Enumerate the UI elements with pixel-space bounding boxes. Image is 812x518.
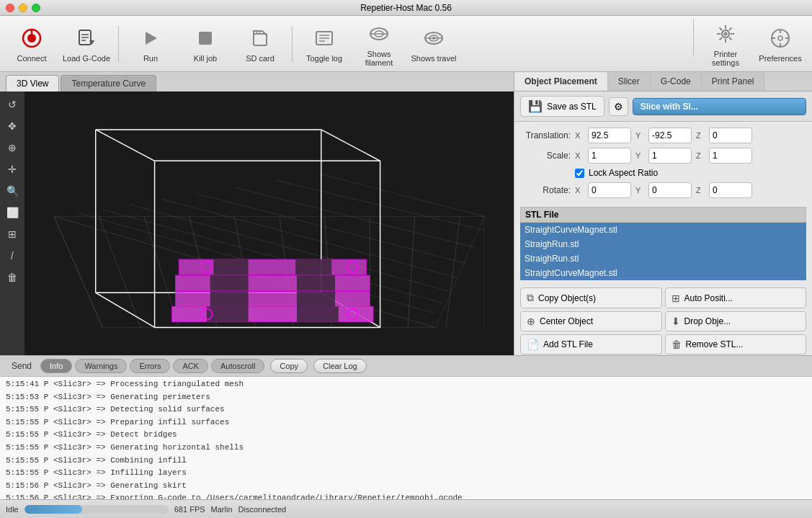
action-row-2: ⊕ Center Object ⬇ Drop Obje... bbox=[520, 311, 806, 331]
tab-autoscroll[interactable]: Autoscroll bbox=[211, 359, 264, 373]
tab-print-panel[interactable]: Print Panel bbox=[702, 72, 765, 91]
printer-settings-button[interactable]: Printer settings bbox=[700, 19, 751, 68]
move-tool[interactable]: ✥ bbox=[2, 116, 22, 136]
maximize-button[interactable] bbox=[32, 4, 40, 12]
window-title: Repetier-Host Mac 0.56 bbox=[360, 3, 452, 13]
svg-rect-83 bbox=[213, 259, 248, 274]
printer-settings-icon bbox=[713, 21, 739, 47]
load-gcode-icon bbox=[73, 25, 99, 51]
stl-item-3[interactable]: StraightCurveMagnet.stl bbox=[520, 266, 806, 280]
kill-job-button[interactable]: Kill job bbox=[179, 19, 231, 68]
connect-icon bbox=[19, 25, 45, 51]
right-panel-tabs: Object Placement Slicer G-Code Print Pan… bbox=[514, 72, 812, 91]
clear-log-button[interactable]: Clear Log bbox=[313, 359, 367, 373]
drop-object-button[interactable]: ⬇ Drop Obje... bbox=[665, 311, 807, 331]
center-object-button[interactable]: ⊕ Center Object bbox=[520, 311, 662, 331]
translation-row: Translation: X Y Z bbox=[520, 128, 806, 143]
rotate-y-input[interactable] bbox=[648, 182, 692, 198]
actions-panel: ⧉ Copy Object(s) ⊞ Auto Positi... ⊕ Cent… bbox=[514, 283, 812, 355]
rotate-row: Rotate: X Y Z bbox=[520, 182, 806, 198]
firmware-label: Marlin bbox=[211, 505, 233, 514]
tab-info[interactable]: Info bbox=[40, 359, 72, 373]
x-coord-label: X bbox=[575, 131, 584, 140]
3d-scene bbox=[24, 91, 514, 355]
scale-y-input[interactable] bbox=[648, 148, 692, 164]
load-gcode-button[interactable]: Load G-Code bbox=[61, 19, 112, 68]
copy-log-button[interactable]: Copy bbox=[270, 359, 308, 373]
grid-tool[interactable]: ⊞ bbox=[2, 224, 22, 244]
tab-slicer[interactable]: Slicer bbox=[608, 72, 651, 91]
auto-position-button[interactable]: ⊞ Auto Positi... bbox=[665, 287, 807, 308]
run-button[interactable]: Run bbox=[125, 19, 177, 68]
stl-item-1[interactable]: StraighRun.stl bbox=[520, 237, 806, 251]
translation-label: Translation: bbox=[520, 130, 571, 140]
tab-warnings[interactable]: Warnings bbox=[75, 359, 127, 373]
rotate-z-input[interactable] bbox=[709, 182, 752, 198]
viewport: ↺ ✥ ⊕ ✛ 🔍 ⬜ ⊞ / 🗑 bbox=[0, 91, 514, 355]
save-stl-button[interactable]: 💾 Save as STL bbox=[520, 96, 604, 117]
svg-point-1 bbox=[27, 34, 36, 43]
shows-filament-icon bbox=[366, 21, 392, 47]
rotate-3d-tool[interactable]: ⊕ bbox=[2, 138, 22, 158]
svg-rect-74 bbox=[175, 291, 370, 306]
z-coord-label: Z bbox=[696, 131, 705, 140]
stl-item-2[interactable]: StraighRun.stl bbox=[520, 251, 806, 266]
translation-x-input[interactable] bbox=[588, 128, 631, 143]
preferences-button[interactable]: Preferences bbox=[754, 19, 806, 68]
tab-3d-view[interactable]: 3D View bbox=[6, 75, 59, 91]
tab-ack[interactable]: ACK bbox=[173, 359, 208, 373]
tab-object-placement[interactable]: Object Placement bbox=[514, 72, 608, 91]
scale-x-input[interactable] bbox=[588, 148, 631, 164]
fps-display: 681 FPS bbox=[174, 505, 205, 514]
slice-with-button[interactable]: Slice with Sl... bbox=[633, 98, 806, 115]
translation-y-input[interactable] bbox=[648, 128, 692, 143]
view-cube-tool[interactable]: ⬜ bbox=[2, 202, 22, 223]
svg-point-26 bbox=[724, 32, 728, 35]
pan-tool[interactable]: ✛ bbox=[2, 159, 22, 179]
save-icon: 💾 bbox=[528, 99, 543, 113]
toolbar-sep-2 bbox=[292, 26, 293, 62]
toggle-log-button[interactable]: Toggle log bbox=[298, 19, 350, 68]
progress-bar-container bbox=[24, 505, 169, 514]
connect-button[interactable]: Connect bbox=[6, 19, 58, 68]
measure-tool[interactable]: / bbox=[2, 246, 22, 266]
gear-icon: ⚙ bbox=[614, 101, 623, 112]
refresh-tool[interactable]: ↺ bbox=[2, 94, 22, 115]
svg-line-66 bbox=[321, 130, 380, 161]
log-line: 5:15:53 P <Slic3r> => Generating perimet… bbox=[6, 391, 806, 404]
tab-temperature-curve[interactable]: Temperature Curve bbox=[61, 75, 156, 91]
scale-z-input[interactable] bbox=[709, 148, 752, 164]
sd-card-icon bbox=[247, 25, 273, 51]
translation-z-input[interactable] bbox=[709, 128, 752, 143]
zoom-tool[interactable]: 🔍 bbox=[2, 181, 22, 201]
status-bar: Idle 681 FPS Marlin Disconnected bbox=[0, 499, 812, 518]
log-line: 5:15:55 P <Slic3r> => Preparing infill s… bbox=[6, 416, 806, 429]
bottom-area: Send Info Warnings Errors ACK Autoscroll… bbox=[0, 355, 812, 499]
stl-list-header: STL File bbox=[520, 207, 806, 223]
log-line: 5:15:55 P <Slic3r> => Generating horizon… bbox=[6, 442, 806, 455]
delete-tool[interactable]: 🗑 bbox=[2, 267, 22, 287]
lock-aspect-checkbox[interactable] bbox=[575, 169, 584, 178]
tab-gcode[interactable]: G-Code bbox=[651, 72, 702, 91]
log-line: 5:15:55 P <Slic3r> => Detect bridges bbox=[6, 429, 806, 442]
sd-card-button[interactable]: SD card bbox=[234, 19, 286, 68]
shows-filament-button[interactable]: Shows filament bbox=[353, 19, 405, 68]
rotate-x-input[interactable] bbox=[588, 182, 631, 198]
copy-objects-button[interactable]: ⧉ Copy Object(s) bbox=[520, 287, 662, 308]
tab-errors[interactable]: Errors bbox=[130, 359, 170, 373]
log-line: 5:15:55 P <Slic3r> => Infilling layers bbox=[6, 467, 806, 480]
remove-stl-button[interactable]: 🗑 Remove STL... bbox=[665, 334, 807, 354]
add-stl-button[interactable]: 📄 Add STL File bbox=[520, 334, 662, 354]
minimize-button[interactable] bbox=[19, 4, 27, 12]
toolbar-sep-1 bbox=[118, 26, 119, 62]
settings-icon-button[interactable]: ⚙ bbox=[609, 97, 628, 116]
progress-bar bbox=[24, 505, 82, 514]
close-button[interactable] bbox=[6, 4, 14, 12]
svg-point-39 bbox=[778, 36, 782, 40]
center-icon: ⊕ bbox=[527, 316, 535, 327]
shows-travel-button[interactable]: Shows travel bbox=[408, 19, 460, 68]
svg-rect-9 bbox=[199, 32, 212, 45]
svg-line-33 bbox=[729, 27, 732, 30]
stl-item-0[interactable]: StraightCurveMagnet.stl bbox=[520, 223, 806, 237]
svg-line-65 bbox=[96, 130, 155, 161]
